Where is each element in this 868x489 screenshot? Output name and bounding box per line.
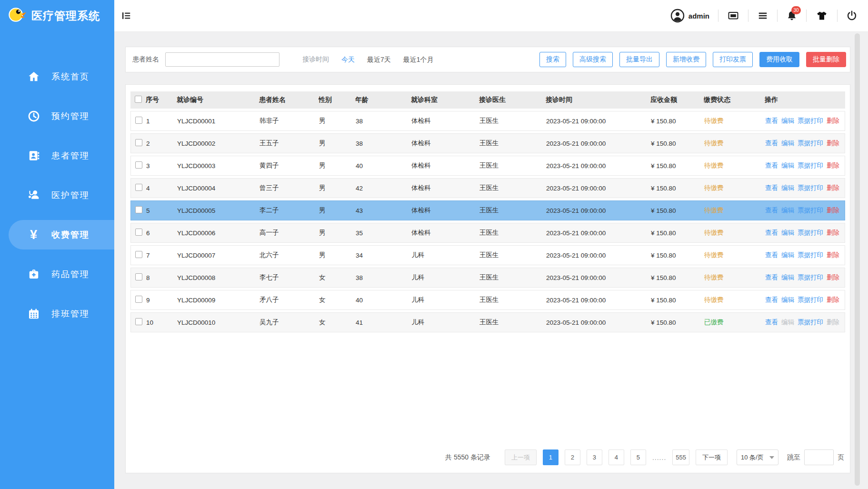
table-body: 1YLJCD00001韩非子男38体检科王医生2023-05-21 09:00:…	[130, 111, 845, 332]
print-receipt-link[interactable]: 票据打印	[798, 319, 823, 326]
page-button-3[interactable]: 3	[587, 449, 602, 465]
edit-link[interactable]: 编辑	[781, 251, 794, 259]
page-button-1[interactable]: 1	[543, 449, 559, 465]
collapse-sidebar-icon[interactable]	[121, 10, 131, 21]
view-link[interactable]: 查看	[765, 274, 778, 281]
sidebar-item-charging[interactable]: ¥收费管理	[9, 220, 114, 249]
bell-icon[interactable]: 30	[786, 10, 798, 21]
table-row[interactable]: 1YLJCD00001韩非子男38体检科王医生2023-05-21 09:00:…	[130, 111, 845, 131]
edit-link[interactable]: 编辑	[781, 274, 794, 281]
row-checkbox[interactable]	[135, 318, 142, 325]
view-link[interactable]: 查看	[765, 296, 778, 303]
page-button-2[interactable]: 2	[565, 449, 580, 465]
row-checkbox[interactable]	[135, 139, 142, 146]
sidebar-item-appointments[interactable]: 预约管理	[0, 101, 114, 131]
print-receipt-link[interactable]: 票据打印	[798, 207, 823, 214]
delete-link[interactable]: 删除	[827, 319, 839, 326]
jump-page-input[interactable]	[804, 449, 834, 465]
theme-shirt-icon[interactable]	[815, 10, 828, 21]
delete-link[interactable]: 删除	[827, 117, 839, 124]
edit-link[interactable]: 编辑	[781, 140, 794, 147]
delete-link[interactable]: 删除	[827, 251, 839, 259]
view-link[interactable]: 查看	[765, 162, 778, 169]
collect-fee-button[interactable]: 费用收取	[759, 52, 799, 67]
edit-link[interactable]: 编辑	[781, 117, 794, 124]
batch-export-button[interactable]: 批量导出	[619, 52, 659, 67]
table-row[interactable]: 2YLJCD00002王五子男38体检科王医生2023-05-21 09:00:…	[130, 133, 845, 153]
print-receipt-link[interactable]: 票据打印	[798, 162, 823, 169]
table-row[interactable]: 10YLJCD00010吴九子女41儿科王医生2023-05-21 09:00:…	[130, 312, 845, 332]
view-link[interactable]: 查看	[765, 207, 778, 214]
row-checkbox[interactable]	[135, 229, 142, 236]
delete-link[interactable]: 删除	[827, 162, 839, 169]
print-receipt-link[interactable]: 票据打印	[798, 296, 823, 303]
print-invoice-button[interactable]: 打印发票	[713, 52, 753, 67]
delete-link[interactable]: 删除	[827, 229, 839, 236]
time-option-last-1-month[interactable]: 最近1个月	[403, 56, 434, 63]
monitor-icon[interactable]	[727, 10, 739, 21]
advanced-search-button[interactable]: 高级搜索	[573, 52, 613, 67]
search-button[interactable]: 搜索	[539, 52, 566, 67]
print-receipt-link[interactable]: 票据打印	[798, 117, 823, 124]
time-option-last-7-days[interactable]: 最近7天	[367, 56, 391, 63]
row-checkbox[interactable]	[135, 184, 142, 191]
view-link[interactable]: 查看	[765, 117, 778, 124]
time-option-today[interactable]: 今天	[341, 56, 355, 63]
table-row[interactable]: 4YLJCD00004曾三子男42体检科王医生2023-05-21 09:00:…	[130, 178, 845, 198]
table-row[interactable]: 3YLJCD00003黄四子男40体检科王医生2023-05-21 09:00:…	[130, 156, 845, 176]
page-button-5[interactable]: 5	[630, 449, 646, 465]
row-checkbox[interactable]	[135, 117, 142, 124]
sidebar-item-scheduling[interactable]: 排班管理	[0, 299, 114, 329]
edit-link[interactable]: 编辑	[781, 184, 794, 191]
edit-link[interactable]: 编辑	[781, 319, 794, 326]
power-icon[interactable]	[846, 10, 858, 21]
edit-link[interactable]: 编辑	[781, 229, 794, 236]
print-receipt-link[interactable]: 票据打印	[798, 184, 823, 191]
username-label[interactable]: admin	[688, 12, 709, 20]
add-charge-button[interactable]: 新增收费	[666, 52, 706, 67]
row-checkbox[interactable]	[135, 296, 142, 303]
view-link[interactable]: 查看	[765, 140, 778, 147]
page-button-4[interactable]: 4	[609, 449, 624, 465]
page-scrollbar[interactable]	[855, 33, 860, 486]
edit-link[interactable]: 编辑	[781, 207, 794, 214]
table-row[interactable]: 7YLJCD00007北六子男34儿科王医生2023-05-21 09:00:0…	[130, 245, 845, 265]
page-button-last[interactable]: 555	[672, 449, 689, 465]
print-receipt-link[interactable]: 票据打印	[798, 229, 823, 236]
menu-icon[interactable]	[757, 10, 768, 21]
delete-link[interactable]: 删除	[827, 184, 839, 191]
patient-name-input[interactable]	[165, 52, 279, 67]
delete-link[interactable]: 删除	[827, 274, 839, 281]
delete-link[interactable]: 删除	[827, 207, 839, 214]
delete-link[interactable]: 删除	[827, 140, 839, 147]
per-page-select[interactable]: 10 条/页	[737, 449, 778, 465]
delete-link[interactable]: 删除	[827, 296, 839, 303]
print-receipt-link[interactable]: 票据打印	[798, 251, 823, 259]
view-link[interactable]: 查看	[765, 229, 778, 236]
table-row[interactable]: 5YLJCD00005李二子男43体检科王医生2023-05-21 09:00:…	[130, 200, 845, 220]
sidebar-item-home[interactable]: 系统首页	[0, 62, 114, 91]
row-checkbox[interactable]	[135, 273, 142, 280]
table-row[interactable]: 8YLJCD00008李七子女38儿科王医生2023-05-21 09:00:0…	[130, 268, 845, 288]
prev-page-button[interactable]: 上一项	[505, 449, 537, 465]
next-page-button[interactable]: 下一项	[696, 449, 728, 465]
print-receipt-link[interactable]: 票据打印	[798, 140, 823, 147]
select-all-checkbox[interactable]	[135, 96, 142, 103]
avatar[interactable]	[670, 9, 685, 23]
table-row[interactable]: 9YLJCD00009矛八子女40儿科王医生2023-05-21 09:00:0…	[130, 290, 845, 310]
row-checkbox[interactable]	[135, 206, 142, 213]
print-receipt-link[interactable]: 票据打印	[798, 274, 823, 281]
view-link[interactable]: 查看	[765, 319, 778, 326]
batch-delete-button[interactable]: 批量删除	[806, 52, 846, 67]
cell-amount: ¥ 150.80	[651, 274, 704, 281]
row-checkbox[interactable]	[135, 161, 142, 169]
sidebar-item-medical-staff[interactable]: 医护管理	[0, 180, 114, 210]
table-row[interactable]: 6YLJCD00006高一子男35体检科王医生2023-05-21 09:00:…	[130, 223, 845, 243]
edit-link[interactable]: 编辑	[781, 296, 794, 303]
sidebar-item-patients[interactable]: 患者管理	[0, 141, 114, 170]
row-checkbox[interactable]	[135, 251, 142, 258]
edit-link[interactable]: 编辑	[781, 162, 794, 169]
view-link[interactable]: 查看	[765, 184, 778, 191]
view-link[interactable]: 查看	[765, 251, 778, 259]
sidebar-item-medicine[interactable]: 药品管理	[0, 259, 114, 289]
